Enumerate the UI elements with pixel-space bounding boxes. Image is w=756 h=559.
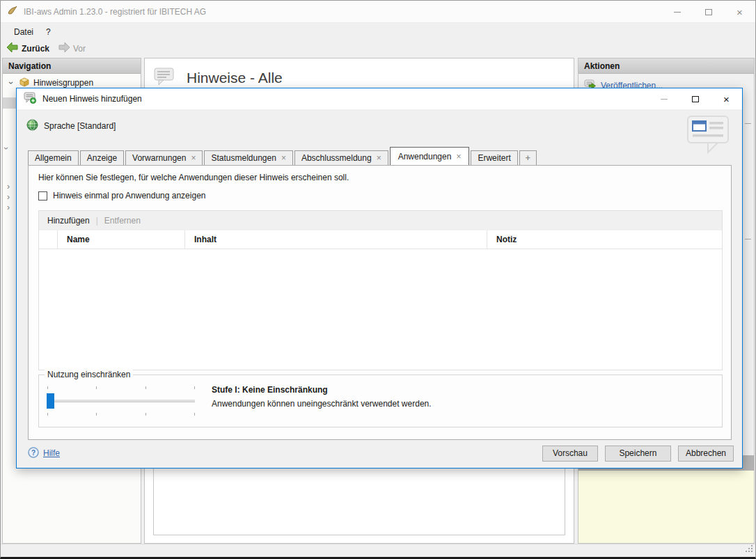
cancel-button[interactable]: Abbrechen [678, 446, 734, 462]
back-button[interactable]: Zurück [3, 40, 52, 56]
close-button[interactable]: × [724, 1, 755, 23]
column-inhalt[interactable]: Inhalt [185, 230, 487, 249]
usage-restriction-group: Nutzung einschränken Stufe I: Keine Eins… [38, 375, 723, 427]
dialog-close-button[interactable]: × [711, 88, 742, 109]
tree-expander-fragment: › [7, 182, 10, 191]
menu-help[interactable]: ? [40, 25, 57, 39]
close-icon: × [737, 7, 743, 17]
hinweis-watermark-icon [686, 115, 731, 156]
main-header: Hinweise - Alle [145, 58, 574, 88]
dialog-tabs: Allgemein Anzeige Vorwarnungen× Statusme… [28, 147, 538, 165]
save-button[interactable]: Speichern [605, 446, 671, 462]
dialog-maximize-button[interactable] [679, 88, 711, 109]
dialog-icon [24, 92, 37, 106]
remove-application-button[interactable]: Entfernen [104, 216, 141, 226]
restriction-description: Stufe I: Keine Einschränkung Anwendungen… [212, 385, 432, 409]
window-titlebar[interactable]: IBI-aws Admin 1.23.0 - registriert für I… [1, 1, 755, 23]
close-icon: × [723, 94, 730, 104]
svg-text:?: ? [31, 448, 36, 456]
maximize-icon [705, 9, 712, 15]
actions-panel-header: Aktionen [578, 58, 754, 74]
slider-tick [145, 413, 146, 416]
dialog-footer: ? Hilfe Vorschau Speichern Abbrechen [17, 439, 742, 468]
resize-grip[interactable] [744, 544, 753, 555]
slider-tick [47, 386, 48, 389]
tab-anzeige[interactable]: Anzeige [80, 150, 124, 165]
preview-button[interactable]: Vorschau [542, 446, 598, 462]
tab-anwendungen[interactable]: Anwendungen× [390, 147, 470, 165]
tab-statusmeldungen[interactable]: Statusmeldungen× [204, 150, 292, 165]
tree-expander-fragment: › [7, 203, 10, 212]
column-notiz[interactable]: Notiz [487, 230, 722, 249]
action-separator-fragment [745, 239, 751, 239]
tree-expander-fragment: › [1, 147, 11, 150]
tab-close-icon[interactable]: × [281, 154, 286, 162]
navigation-panel-header: Navigation [3, 58, 141, 74]
tab-label: Anzeige [87, 153, 117, 163]
help-icon: ? [28, 447, 39, 460]
menu-datei[interactable]: Datei [8, 25, 40, 39]
add-application-button[interactable]: Hinzufügen [47, 216, 90, 226]
navigation-toolbar: Zurück Vor [1, 40, 755, 57]
list-header: Name Inhalt Notiz [39, 230, 722, 249]
restriction-slider[interactable] [47, 385, 195, 417]
app-window: IBI-aws Admin 1.23.0 - registriert für I… [0, 0, 756, 559]
tab-label: Abschlussmeldung [301, 153, 372, 163]
app-icon [7, 5, 18, 18]
status-bar [1, 544, 755, 557]
language-selector[interactable]: Sprache [Standard] [26, 119, 116, 133]
tree-expander-fragment: › [7, 192, 10, 202]
slider-track[interactable] [47, 400, 195, 402]
dialog-titlebar[interactable]: Neuen Hinweis hinzufügen × [17, 88, 742, 109]
column-selector [39, 230, 58, 249]
forward-label: Vor [73, 44, 86, 54]
slider-tick [194, 386, 195, 389]
back-label: Zurück [22, 44, 49, 54]
dialog-title: Neuen Hinweis hinzufügen [42, 94, 142, 104]
maximize-button[interactable] [693, 1, 724, 23]
restriction-level-title: Stufe I: Keine Einschränkung [212, 385, 432, 395]
tab-close-icon[interactable]: × [191, 154, 196, 162]
help-link-label: Hilfe [43, 448, 60, 458]
globe-icon [26, 119, 38, 133]
tab-add-button[interactable]: + [519, 150, 537, 165]
dialog-buttons: Vorschau Speichern Abbrechen [542, 446, 734, 462]
tab-erweitert[interactable]: Erweitert [471, 150, 517, 165]
notes-area [578, 471, 754, 543]
list-toolbar: Hinzufügen | Entfernen [39, 211, 722, 230]
once-per-app-checkbox[interactable] [38, 191, 47, 200]
slider-tick [47, 413, 48, 416]
tab-label: Erweitert [478, 153, 510, 163]
groupbox-label: Nutzung einschränken [45, 370, 133, 379]
action-separator-fragment [745, 123, 751, 124]
restriction-level-description: Anwendungen können uneingeschränkt verwe… [212, 399, 432, 409]
forward-button[interactable]: Vor [55, 40, 88, 56]
tab-vorwarnungen[interactable]: Vorwarnungen× [125, 150, 203, 165]
menubar: Datei ? [1, 24, 755, 40]
back-arrow-icon [6, 42, 19, 55]
notes-bubble-icon [153, 67, 175, 88]
add-tab-icon: + [526, 153, 530, 163]
slider-tick [96, 413, 97, 416]
slider-thumb[interactable] [47, 393, 54, 409]
anwendungen-tab-panel: Hier können Sie festlegen, für welche An… [28, 165, 732, 440]
column-name[interactable]: Name [58, 230, 185, 249]
tab-intro-text: Hier können Sie festlegen, für welche An… [38, 173, 349, 182]
help-link[interactable]: ? Hilfe [28, 447, 60, 460]
window-title: IBI-aws Admin 1.23.0 - registriert für I… [24, 7, 206, 17]
tab-allgemein[interactable]: Allgemein [28, 150, 79, 165]
once-per-app-option[interactable]: Hinweis einmal pro Anwendung anzeigen [38, 191, 205, 200]
minimize-icon [674, 12, 681, 13]
dialog-minimize-button[interactable] [648, 88, 679, 109]
minimize-icon [661, 99, 668, 100]
tab-close-icon[interactable]: × [377, 154, 381, 162]
minimize-button[interactable] [661, 1, 693, 23]
slider-tick [96, 386, 97, 389]
tree-expander-icon[interactable]: › [6, 79, 16, 87]
tab-label: Anwendungen [398, 152, 452, 162]
tab-close-icon[interactable]: × [456, 152, 461, 161]
list-body-empty[interactable] [39, 249, 722, 370]
tab-abschlussmeldung[interactable]: Abschlussmeldung× [294, 150, 388, 165]
once-per-app-label: Hinweis einmal pro Anwendung anzeigen [53, 191, 205, 200]
slider-tick [145, 386, 146, 389]
